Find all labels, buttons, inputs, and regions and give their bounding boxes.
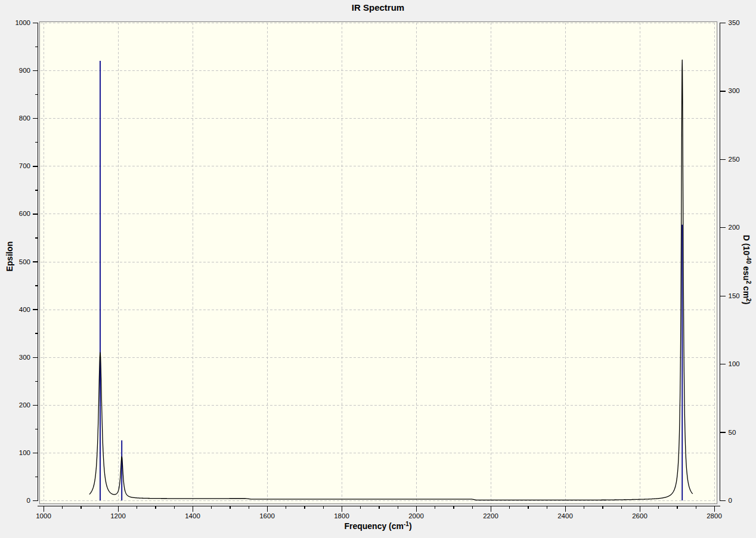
x-axis-tick-label: 1800	[334, 512, 349, 520]
right-axis-tick-label: 100	[729, 360, 740, 367]
right-axis-tick-label: 50	[729, 429, 736, 436]
superscript: 2	[745, 298, 752, 302]
left-axis-tick-label: 500	[19, 258, 30, 265]
left-axis-tick-label: 600	[19, 210, 30, 217]
left-axis-tick-label: 300	[19, 354, 30, 361]
left-axis-tick-label: 400	[19, 306, 30, 313]
x-axis-tick-label: 2400	[557, 512, 573, 520]
x-axis-tick-label: 2000	[408, 512, 424, 520]
left-axis-tick-label: 100	[19, 449, 30, 456]
superscript: -40	[745, 255, 752, 264]
left-axis-tick-label: 700	[19, 162, 30, 169]
spectrum-plot-area[interactable]: 0100200300400500600700800900100010001200…	[0, 0, 756, 538]
left-axis-tick-label: 0	[27, 497, 30, 504]
left-axis-tick-label: 200	[19, 401, 30, 409]
x-axis-tick-label: 2600	[632, 512, 647, 520]
left-axis-tick-label: 900	[19, 67, 30, 74]
right-axis-tick-label: 150	[729, 292, 740, 299]
x-axis-tick-label: 1200	[110, 512, 126, 520]
left-axis-title-text: Epsilon	[5, 242, 14, 272]
right-axis-tick-label: 0	[729, 497, 732, 504]
ir-spectrum-window: IR Spectrum 0100200300400500600700800900…	[0, 0, 756, 538]
x-axis-tick-label: 2200	[483, 512, 498, 520]
x-axis-tick-label: 1000	[36, 512, 51, 520]
right-axis-tick-label: 250	[729, 156, 740, 163]
superscript: -1	[404, 521, 409, 527]
plot-frame	[40, 22, 717, 504]
x-axis-title: Frequency (cm-1)	[0, 521, 756, 531]
x-axis-tick-label: 2800	[707, 512, 722, 520]
x-axis-tick-label: 1400	[185, 512, 200, 520]
x-axis-tick-label: 1600	[259, 512, 275, 520]
superscript: 2	[745, 280, 752, 284]
left-axis-tick-label: 800	[19, 115, 30, 122]
left-axis-tick-label: 1000	[15, 19, 30, 26]
right-axis-tick-label: 300	[729, 87, 740, 94]
right-axis-tick-label: 200	[729, 224, 740, 231]
right-axis-tick-label: 350	[729, 19, 740, 26]
